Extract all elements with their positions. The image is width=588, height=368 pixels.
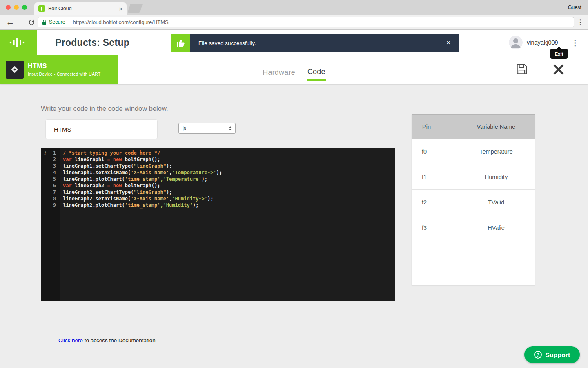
code-editor[interactable]: i123456789 / *start typing your code her… <box>41 148 395 301</box>
pin-column-header: Pin <box>412 123 458 130</box>
variable-cell: TValid <box>457 199 535 206</box>
filename-input[interactable] <box>45 119 158 139</box>
address-bar[interactable]: Secure https://cloud.boltiot.com/configu… <box>38 17 574 27</box>
documentation-link[interactable]: Click here <box>58 337 83 343</box>
screen: Bolt Cloud × Guest ← Secure https://clou… <box>0 0 588 368</box>
code-line[interactable]: / *start typing your code here */ <box>63 150 395 156</box>
soundwave-icon <box>8 36 29 49</box>
code-line[interactable]: var lineGraph1 = new boltGraph(); <box>63 156 395 163</box>
line-number: 2 <box>41 156 60 163</box>
address-divider <box>69 19 69 25</box>
thumbs-up-icon <box>172 34 190 52</box>
browser-tab-strip: Bolt Cloud × Guest <box>0 0 588 15</box>
code-line[interactable]: lineGraph1.setChartType("lineGraph"); <box>63 163 395 169</box>
language-select[interactable]: js <box>178 123 236 134</box>
guest-label: Guest <box>568 4 581 10</box>
support-button[interactable]: ? Support <box>524 346 580 363</box>
question-mark-icon: ? <box>534 351 542 359</box>
code-line[interactable]: var lineGraph2 = new boltGraph(); <box>63 182 395 189</box>
variable-column-header: Variable Name <box>458 123 535 130</box>
gutter-marker-icon: i <box>44 150 46 156</box>
padlock-icon <box>42 20 47 25</box>
select-arrows-icon <box>229 126 232 130</box>
save-icon[interactable] <box>515 62 529 78</box>
line-number: 3 <box>41 163 60 169</box>
notification-close-icon[interactable]: × <box>444 34 453 52</box>
documentation-text: to access the Documentation <box>83 337 156 343</box>
tab-close-icon[interactable]: × <box>119 5 122 12</box>
browser-tab[interactable]: Bolt Cloud × <box>34 2 127 15</box>
window-close-button[interactable] <box>6 5 11 10</box>
pin-cell: f0 <box>412 148 457 155</box>
new-tab-button[interactable] <box>127 4 143 13</box>
pin-variable-table: Pin Variable Name f0Temperaturef1Humidit… <box>412 114 535 285</box>
table-header-row: Pin Variable Name <box>412 114 535 139</box>
pin-table-body: f0Temperaturef1Humidityf2TValidf3HValie <box>412 139 535 240</box>
config-tabs: Hardware Code <box>0 55 588 84</box>
tab-hardware[interactable]: Hardware <box>262 59 296 80</box>
code-instruction-text: Write your code in the code window below… <box>41 105 168 112</box>
line-number: 8 <box>41 195 60 202</box>
variable-cell: Humidity <box>457 174 535 180</box>
line-number: 4 <box>41 169 60 176</box>
window-minimize-button[interactable] <box>14 5 19 10</box>
window-zoom-button[interactable] <box>22 5 27 10</box>
line-number: 9 <box>41 202 60 209</box>
account-menu-icon[interactable]: ⋮ <box>568 30 582 55</box>
url-text[interactable]: https://cloud.boltiot.com/configure/HTMS <box>73 19 169 25</box>
back-button[interactable]: ← <box>4 15 16 29</box>
tab-title: Bolt Cloud <box>48 6 119 11</box>
refresh-button[interactable] <box>25 15 38 29</box>
bolt-favicon-icon <box>38 5 45 12</box>
product-sub-header: HTMS Input Device • Connected with UART … <box>0 55 588 84</box>
pin-cell: f2 <box>412 199 457 206</box>
table-row: f3HValie <box>412 215 535 240</box>
bolt-logo[interactable] <box>0 30 37 55</box>
table-row: f2TValid <box>412 190 535 215</box>
line-number: i1 <box>41 150 60 156</box>
pin-cell: f1 <box>412 174 457 180</box>
notification-banner: File saved successfully. × <box>172 34 459 52</box>
code-line[interactable]: lineGraph2.setAxisName('X-Axis Name','Hu… <box>63 195 395 202</box>
language-value: js <box>183 126 229 131</box>
line-number: 5 <box>41 176 60 182</box>
support-label: Support <box>546 351 570 359</box>
line-number: 6 <box>41 182 60 189</box>
browser-toolbar: ← Secure https://cloud.boltiot.com/confi… <box>0 15 588 30</box>
table-row: f0Temperature <box>412 139 535 164</box>
notification-message: File saved successfully. <box>198 40 256 46</box>
table-row: f1Humidity <box>412 164 535 190</box>
variable-cell: HValie <box>457 224 535 231</box>
code-line[interactable]: lineGraph1.setAxisName('X-Axis Name','Te… <box>63 169 395 176</box>
window-controls <box>6 5 27 10</box>
code-line[interactable]: lineGraph2.plotChart('time_stamp','Humid… <box>63 202 395 209</box>
pin-cell: f3 <box>412 224 457 231</box>
editor-code[interactable]: / *start typing your code here */var lin… <box>60 148 395 301</box>
code-line[interactable]: lineGraph2.setChartType("lineGraph"); <box>63 189 395 195</box>
app-header: Products: Setup File saved successfully.… <box>0 30 588 55</box>
variable-cell: Temperature <box>457 148 535 155</box>
line-number: 7 <box>41 189 60 195</box>
code-line[interactable]: lineGraph1.plotChart('time_stamp','Tempe… <box>63 176 395 182</box>
exit-close-icon[interactable] <box>552 63 566 78</box>
browser-menu-icon[interactable]: ⋮ <box>575 15 586 29</box>
documentation-line: Click here to access the Documentation <box>58 337 156 343</box>
secure-label: Secure <box>49 19 65 25</box>
tab-code[interactable]: Code <box>307 58 326 81</box>
page-title: Products: Setup <box>55 30 129 55</box>
exit-tooltip: Exit <box>550 49 568 59</box>
editor-gutter: i123456789 <box>41 148 60 301</box>
avatar[interactable] <box>509 36 523 49</box>
